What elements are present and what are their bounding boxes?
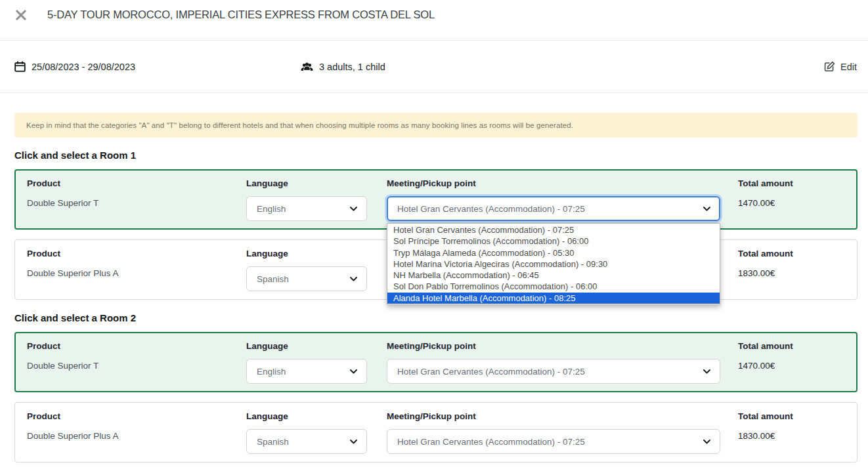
room-option-card[interactable]: Product Double Superior Plus A Language …	[14, 402, 857, 462]
product-column: Product Double Superior Plus A	[27, 249, 246, 291]
chevron-down-icon	[349, 439, 358, 445]
language-select[interactable]: Spanish	[246, 429, 367, 454]
meeting-column: Meeting/Pickup point Hotel Gran Cervante…	[387, 341, 738, 384]
dropdown-option[interactable]: Hotel Marina Victoria Algeciras (Accommo…	[387, 258, 720, 270]
chevron-down-icon	[703, 206, 711, 212]
total-amount: 1470.00€	[738, 361, 845, 371]
product-header: Product	[27, 178, 246, 188]
language-header: Language	[246, 249, 387, 258]
total-column: Total amount 1470.00€	[738, 178, 845, 221]
language-select[interactable]: English	[246, 196, 367, 221]
language-column: Language English	[246, 178, 387, 221]
dropdown-option[interactable]: Sol Príncipe Torremolinos (Accommodation…	[387, 236, 720, 247]
chevron-down-icon	[349, 276, 358, 282]
guests: 3 adults, 1 child	[301, 62, 385, 72]
total-column: Total amount 1830.00€	[738, 411, 845, 454]
meeting-column: Meeting/Pickup point Hotel Gran Cervante…	[387, 178, 738, 221]
product-column: Product Double Superior T	[27, 178, 246, 221]
language-header: Language	[246, 411, 387, 421]
dropdown-option[interactable]: Alanda Hotel Marbella (Accommodation) - …	[387, 293, 720, 304]
product-header: Product	[27, 249, 246, 258]
meeting-select[interactable]: Hotel Gran Cervantes (Accommodation) - 0…	[387, 359, 720, 384]
room-option-card[interactable]: Product Double Superior T Language Engli…	[14, 332, 857, 392]
product-column: Product Double Superior T	[27, 341, 246, 384]
product-name: Double Superior T	[27, 361, 246, 371]
total-amount: 1830.00€	[738, 268, 845, 279]
booking-summary-bar: 25/08/2023 - 29/08/2023 3 adults, 1 chil…	[0, 41, 868, 93]
total-column: Total amount 1470.00€	[738, 341, 845, 384]
product-column: Product Double Superior Plus A	[27, 411, 246, 454]
total-amount: 1830.00€	[738, 431, 845, 441]
notice-banner: Keep in mind that the categories "A" and…	[14, 113, 857, 138]
meeting-header: Meeting/Pickup point	[387, 178, 738, 188]
guests-text: 3 adults, 1 child	[319, 62, 385, 72]
total-amount: 1470.00€	[738, 198, 845, 209]
total-header: Total amount	[738, 341, 845, 351]
product-header: Product	[27, 341, 246, 351]
total-header: Total amount	[738, 178, 845, 188]
meeting-header: Meeting/Pickup point	[387, 411, 738, 421]
guests-icon	[301, 62, 313, 72]
meeting-column: Meeting/Pickup point Hotel Gran Cervante…	[387, 411, 738, 454]
meeting-header: Meeting/Pickup point	[387, 341, 738, 351]
modal-header: 5-DAY TOUR MOROCCO, IMPERIAL CITIES EXPR…	[0, 0, 868, 41]
close-icon[interactable]	[13, 7, 29, 23]
edit-label: Edit	[840, 62, 857, 72]
room-1-heading: Click and select a Room 1	[14, 150, 857, 161]
product-name: Double Superior Plus A	[27, 431, 246, 441]
chevron-down-icon	[349, 369, 358, 375]
product-name: Double Superior Plus A	[27, 268, 246, 279]
page-title: 5-DAY TOUR MOROCCO, IMPERIAL CITIES EXPR…	[47, 7, 435, 22]
total-column: Total amount 1830.00€	[738, 249, 845, 291]
date-range-text: 25/08/2023 - 29/08/2023	[32, 62, 135, 72]
room-2-heading: Click and select a Room 2	[14, 313, 857, 323]
calendar-icon	[14, 61, 26, 72]
product-name: Double Superior T	[27, 198, 246, 209]
language-column: Language Spanish	[246, 411, 387, 454]
language-select[interactable]: English	[246, 359, 367, 384]
language-column: Language Spanish	[246, 249, 387, 291]
chevron-down-icon	[703, 369, 711, 375]
language-header: Language	[246, 178, 387, 188]
dropdown-option[interactable]: Hotel Gran Cervantes (Accommodation) - 0…	[387, 224, 720, 236]
meeting-select[interactable]: Hotel Gran Cervantes (Accommodation) - 0…	[387, 429, 720, 454]
dropdown-option[interactable]: Tryp Málaga Alameda (Accommodation) - 05…	[387, 247, 720, 258]
product-header: Product	[27, 411, 246, 421]
edit-button[interactable]: Edit	[824, 61, 857, 72]
meeting-dropdown: Hotel Gran Cervantes (Accommodation) - 0…	[387, 223, 720, 305]
language-select[interactable]: Spanish	[246, 266, 367, 291]
dropdown-option[interactable]: Sol Don Pablo Torremolinos (Accommodatio…	[387, 281, 720, 292]
chevron-down-icon	[349, 206, 358, 212]
dropdown-option[interactable]: NH Marbella (Accommodation) - 06:45	[387, 270, 720, 281]
total-header: Total amount	[738, 411, 845, 421]
language-header: Language	[246, 341, 387, 351]
date-range: 25/08/2023 - 29/08/2023	[14, 61, 301, 72]
language-column: Language English	[246, 341, 387, 384]
room-option-card[interactable]: Product Double Superior T Language Engli…	[14, 169, 857, 230]
chevron-down-icon	[703, 439, 711, 445]
rooms-panel: Keep in mind that the categories "A" and…	[0, 113, 868, 462]
total-header: Total amount	[738, 249, 845, 258]
edit-icon	[824, 61, 835, 72]
meeting-select[interactable]: Hotel Gran Cervantes (Accommodation) - 0…	[387, 196, 720, 221]
